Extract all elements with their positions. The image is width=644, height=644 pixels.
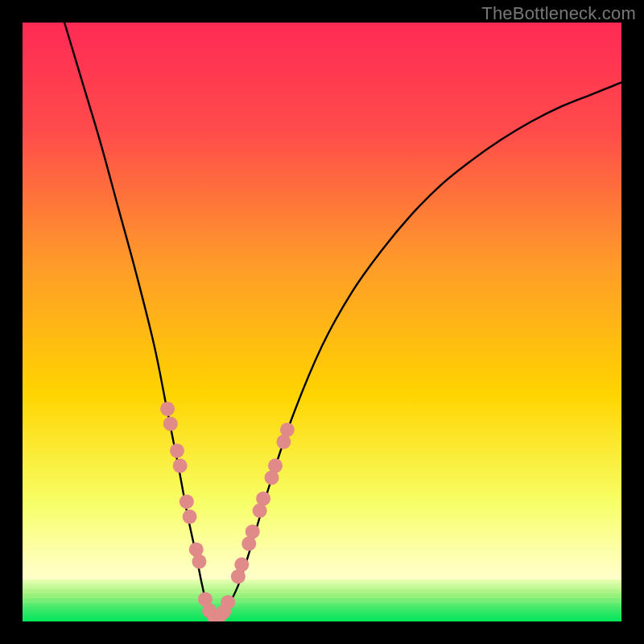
svg-rect-11 — [621, 0, 644, 644]
marker-left-cluster — [160, 402, 175, 416]
marker-left-cluster — [170, 444, 184, 458]
bottleneck-chart — [0, 0, 644, 644]
marker-valley-cluster — [221, 595, 235, 609]
marker-right-cluster — [246, 524, 260, 539]
marker-right-cluster — [280, 423, 295, 437]
svg-rect-0 — [23, 23, 621, 621]
marker-left-cluster — [163, 416, 178, 431]
svg-rect-10 — [0, 0, 23, 644]
marker-left-cluster — [183, 510, 197, 524]
svg-rect-1 — [23, 580, 621, 621]
chart-container: TheBottleneck.com — [0, 0, 644, 644]
marker-left-cluster — [180, 494, 194, 509]
marker-left-cluster — [192, 555, 206, 569]
marker-right-cluster — [256, 491, 270, 506]
marker-right-cluster — [268, 459, 283, 473]
watermark-text: TheBottleneck.com — [481, 3, 636, 24]
svg-rect-9 — [0, 621, 644, 644]
marker-left-cluster — [173, 459, 188, 473]
marker-right-cluster — [234, 557, 249, 572]
